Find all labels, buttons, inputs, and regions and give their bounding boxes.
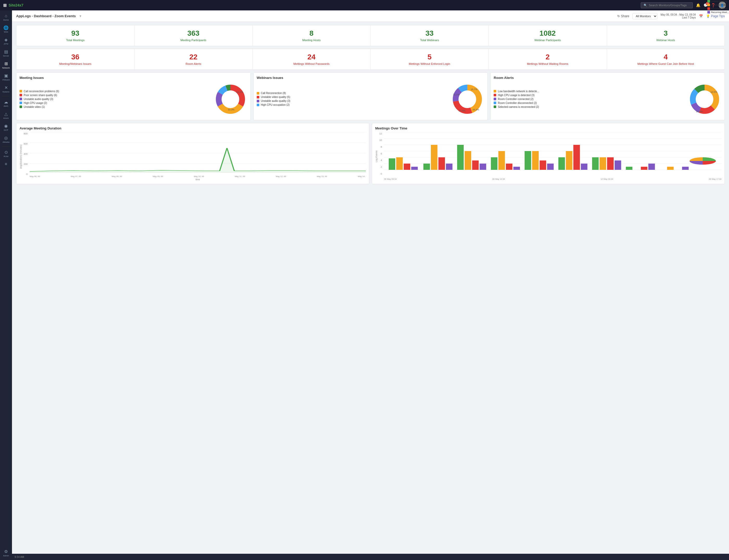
sidebar-item-nutanix[interactable]: ✕ Nutanix — [0, 83, 12, 95]
meetings-over-time-wrap: Log Events 12 10 8 6 4 2 0 — [375, 132, 721, 180]
svg-rect-41 — [411, 167, 417, 170]
avg-duration-x-axis-title: time — [30, 178, 366, 181]
webinar-legend-item-0: Call Reconnection (8) — [257, 92, 448, 95]
sidebar-item-aws[interactable]: ☁ AWS — [0, 97, 12, 109]
room-legend-label-4: Selected camera is reconnected (2) — [498, 105, 539, 108]
x-1: May 07, 00 — [71, 175, 81, 178]
room-alerts-number: 22 — [138, 53, 250, 61]
vmware-icon: ▣ — [4, 73, 8, 78]
room-alerts-label: Room Alerts — [138, 62, 250, 65]
avg-duration-chart-main: May 06, 00 May 07, 00 May 08, 00 May 09,… — [30, 132, 366, 181]
meeting-hosts-label: Meeting Hosts — [256, 39, 367, 42]
page-tips-label: Page Tips — [711, 14, 725, 18]
search-bar[interactable]: 🔍 Search Monitors/Groups/Tags — [641, 2, 693, 8]
meetings-over-time-header: Meetings Over Time Instant Meeting Sched… — [375, 126, 721, 132]
svg-rect-68 — [641, 167, 647, 170]
legend-label-3: High CPU usage (2) — [24, 102, 47, 104]
meeting-issues-panel: Meeting Issues Call reconnection problem… — [16, 72, 251, 120]
webinar-legend-label-1: Unstable video quality (5) — [261, 96, 290, 98]
webinar-legend-dot-1 — [257, 96, 259, 98]
no-waiting-rooms-label: Mettings Without Waiting Rooms — [492, 62, 603, 65]
svg-rect-64 — [607, 157, 614, 170]
meeting-participants-number: 363 — [138, 29, 250, 38]
legend-dot-0 — [20, 90, 22, 92]
x-2: May 08, 00 — [112, 175, 122, 178]
avg-duration-x-labels: May 06, 00 May 07, 00 May 08, 00 May 09,… — [30, 175, 366, 178]
room-legend-label-2: Room Controller connected (2) — [498, 98, 533, 101]
by-12: 12 — [379, 132, 382, 135]
stats-issues-row: 36 Meeting/Webinars Issues 22 Room Alert… — [16, 49, 725, 70]
logo-text: Site24x7 — [9, 3, 23, 7]
x-6: May 12, 00 — [276, 175, 286, 178]
total-webinars-number: 33 — [374, 29, 485, 38]
meeting-participants-label: Meeting Participants — [138, 39, 250, 42]
calendar-icon[interactable]: 📅 — [699, 14, 703, 18]
room-legend-label-0: Low bandwidth network is detecte... — [498, 90, 539, 93]
date-sub: Last 7 Days — [682, 16, 696, 19]
no-waiting-rooms-number: 2 — [492, 53, 603, 61]
sidebar-item-network[interactable]: ⊞ Network — [0, 59, 12, 71]
no-password-label: Mettings Without Passwords — [256, 62, 367, 65]
webinar-issues-donut-svg: 44.4% 27.8% 16.7% 11.1% — [450, 82, 484, 116]
sidebar-item-alibaba[interactable]: ◎ Alibaba — [0, 133, 12, 145]
no-enforced-login-number: 5 — [374, 53, 485, 61]
sidebar-item-apm[interactable]: ◈ APM — [0, 35, 12, 47]
webinar-hosts-number: 3 — [610, 29, 722, 38]
svg-rect-46 — [457, 145, 464, 170]
sidebar-item-rum[interactable]: ⊙ RUM — [0, 148, 12, 160]
sidebar-item-server[interactable]: ▤ Server — [0, 47, 12, 59]
stat-webinar-participants: 1082 Webinar Participants — [489, 25, 607, 46]
sidebar-item-azure[interactable]: △ Azure — [0, 109, 12, 121]
svg-rect-59 — [566, 151, 572, 170]
avg-duration-svg — [30, 132, 366, 174]
dashboard: 93 Total Meetings 363 Meeting Participan… — [12, 22, 729, 554]
topbar: ⊞ Site24x7 🔍 Search Monitors/Groups/Tags… — [0, 0, 729, 10]
sidebar-item-vmware[interactable]: ▣ VMware — [0, 71, 12, 83]
sidebar-label-aws: AWS — [4, 105, 8, 107]
sidebar-item-web[interactable]: 🌐 Web — [0, 23, 12, 35]
x-7: May 13, 00 — [317, 175, 327, 178]
room-legend-item-3: Room Controller disconnected (2) — [494, 102, 685, 104]
total-webinars-label: Total Webinars — [374, 39, 485, 42]
meetings-over-time-svg — [384, 132, 721, 177]
guest-join-label: Mettings Where Guest Can Join Before Hos… — [610, 62, 722, 65]
sidebar-item-gcp[interactable]: ◉ GCP — [0, 121, 12, 133]
webinar-participants-label: Webinar Participants — [492, 39, 603, 42]
page-tips-button[interactable]: 💡 Page Tips — [706, 14, 725, 18]
sidebar-item-layers[interactable]: ≡ — [0, 160, 12, 169]
room-legend-item-0: Low bandwidth network is detecte... — [494, 90, 685, 93]
webinar-issues-panel: Webinars Issues Call Reconnection (8) Un… — [253, 72, 488, 120]
stat-no-waiting-rooms: 2 Mettings Without Waiting Rooms — [489, 49, 607, 70]
sidebar-label-server: Server — [3, 55, 9, 57]
rum-icon: ⊙ — [4, 150, 8, 155]
dropdown-arrow[interactable]: ▼ — [79, 14, 82, 18]
share-button[interactable]: ↻ Share — [617, 14, 629, 18]
svg-rect-48 — [472, 160, 478, 170]
sidebar-label-azure: Azure — [3, 117, 9, 119]
bar-chart-main: 06 May 09:34 06 May 13:34 12 May 03:34 0… — [384, 132, 721, 180]
monitor-select[interactable]: All Monitors — [632, 13, 657, 19]
sidebar-label-network: Network — [2, 67, 10, 69]
room-alerts-panel: Room Alerts Low bandwidth network is det… — [490, 72, 725, 120]
meetings-over-time-panel: Meetings Over Time Instant Meeting Sched… — [372, 123, 725, 184]
svg-rect-69 — [648, 164, 655, 170]
room-legend-dot-0 — [494, 90, 496, 92]
share-label: Share — [621, 14, 629, 18]
meeting-issues-donut-svg: 33.3% 11.1% — [214, 82, 247, 116]
stat-room-alerts: 22 Room Alerts — [135, 49, 253, 70]
sidebar-label-rum: RUM — [4, 155, 8, 158]
svg-rect-38 — [389, 158, 395, 170]
svg-rect-53 — [513, 167, 520, 170]
no-password-number: 24 — [256, 53, 367, 61]
sidebar-item-admin[interactable]: ⚙ Admin — [0, 547, 12, 559]
legend-label-4: Unstable video (1) — [24, 105, 45, 108]
meeting-issues-label: Meeting/Webinars Issues — [20, 62, 131, 65]
by-4: 4 — [379, 159, 382, 161]
sidebar-label-alibaba: Alibaba — [3, 141, 10, 143]
svg-rect-42 — [423, 164, 430, 170]
sidebar-item-home[interactable]: ⌂ Home — [0, 11, 12, 23]
svg-text:16.7%: 16.7% — [471, 88, 477, 91]
svg-rect-58 — [558, 157, 565, 170]
bell-icon[interactable]: 🔔 — [696, 3, 700, 7]
web-icon: 🌐 — [3, 25, 9, 30]
